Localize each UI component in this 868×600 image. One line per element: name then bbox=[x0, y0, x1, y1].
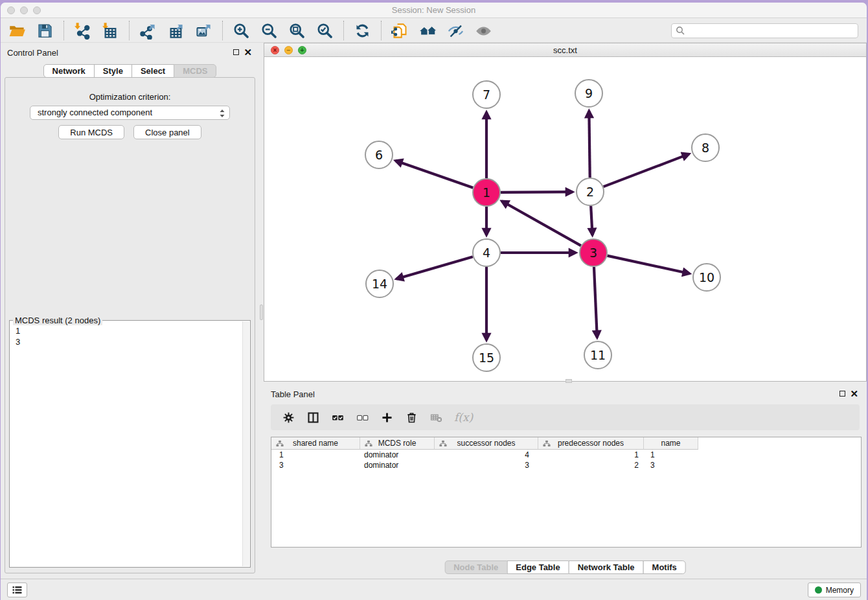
search-box[interactable] bbox=[671, 23, 858, 38]
network-title: scc.txt bbox=[553, 45, 577, 55]
close-panel-button[interactable]: Close panel bbox=[133, 125, 201, 139]
mcds-result-list[interactable]: 13 bbox=[10, 322, 242, 566]
cell-name[interactable]: 3 bbox=[644, 460, 698, 470]
control-tab-network[interactable]: Network bbox=[43, 64, 95, 78]
cell-shared-name[interactable]: 1 bbox=[271, 450, 360, 460]
window-zoom-button[interactable] bbox=[33, 6, 41, 14]
graph-node-14[interactable]: 14 bbox=[366, 270, 393, 297]
close-panel-icon[interactable]: ✕ bbox=[244, 47, 252, 57]
network-close-button[interactable]: × bbox=[271, 46, 279, 54]
column-header-name[interactable]: name bbox=[644, 437, 698, 450]
export-network-icon[interactable] bbox=[139, 22, 157, 40]
graph-node-10[interactable]: 10 bbox=[693, 264, 720, 291]
control-tab-mcds[interactable]: MCDS bbox=[174, 64, 216, 78]
graph-node-7[interactable]: 7 bbox=[473, 81, 500, 108]
graph-node-11[interactable]: 11 bbox=[584, 341, 611, 369]
graph-node-8[interactable]: 8 bbox=[692, 134, 719, 161]
table-tab-motifs[interactable]: Motifs bbox=[643, 560, 686, 574]
first-neighbors-icon[interactable] bbox=[419, 22, 437, 40]
open-file-icon[interactable] bbox=[8, 22, 26, 40]
toolbar-icon-groups bbox=[7, 21, 502, 40]
network-window: × − + scc.txt 7968124314101511 bbox=[264, 43, 867, 384]
deselect-all-icon[interactable] bbox=[356, 411, 369, 424]
float-table-panel-icon[interactable] bbox=[839, 391, 845, 397]
delete-column-icon[interactable] bbox=[405, 411, 418, 424]
memory-button[interactable]: Memory bbox=[808, 583, 861, 597]
svg-text:3: 3 bbox=[589, 246, 597, 260]
column-header-successor-nodes[interactable]: successor nodes bbox=[435, 437, 538, 450]
cell-shared-name[interactable]: 3 bbox=[271, 460, 360, 470]
zoom-selected-icon[interactable] bbox=[316, 22, 334, 40]
network-canvas[interactable]: 7968124314101511 bbox=[264, 57, 867, 382]
cell-successor-nodes[interactable]: 3 bbox=[435, 460, 538, 470]
refresh-network-icon[interactable] bbox=[354, 22, 371, 40]
svg-text:1: 1 bbox=[483, 185, 490, 200]
save-session-icon[interactable] bbox=[36, 22, 54, 40]
column-header-shared-name[interactable]: shared name bbox=[271, 437, 360, 450]
table-tab-node-table[interactable]: Node Table bbox=[444, 560, 507, 574]
result-scrollbar[interactable] bbox=[242, 321, 249, 566]
graph-node-6[interactable]: 6 bbox=[365, 141, 393, 168]
column-header-predecessor-nodes[interactable]: predecessor nodes bbox=[538, 437, 644, 450]
add-column-icon[interactable] bbox=[380, 411, 394, 424]
optimization-select[interactable]: strongly connected component bbox=[30, 106, 230, 120]
control-tab-style[interactable]: Style bbox=[94, 64, 132, 78]
network-minimize-button[interactable]: − bbox=[284, 46, 293, 54]
graph-node-1[interactable]: 1 bbox=[473, 179, 500, 206]
hide-selected-icon[interactable] bbox=[447, 22, 464, 40]
run-mcds-button[interactable]: Run MCDS bbox=[58, 125, 124, 139]
table-tab-edge-table[interactable]: Edge Table bbox=[507, 560, 569, 574]
window-minimize-button[interactable] bbox=[20, 6, 28, 14]
mcds-result-item: 1 bbox=[16, 325, 236, 336]
graph-edge-2-8[interactable] bbox=[604, 154, 689, 187]
zoom-fit-icon[interactable] bbox=[288, 22, 306, 40]
task-history-button[interactable] bbox=[7, 583, 27, 597]
graph-node-15[interactable]: 15 bbox=[473, 344, 500, 371]
graph-edge-3-1[interactable] bbox=[502, 201, 581, 246]
table-tab-network-table[interactable]: Network Table bbox=[569, 560, 644, 574]
network-maximize-button[interactable]: + bbox=[298, 46, 306, 54]
vertical-splitter[interactable] bbox=[259, 43, 264, 579]
graph-edge-4-14[interactable] bbox=[396, 257, 473, 279]
graph-node-4[interactable]: 4 bbox=[473, 239, 500, 266]
table-row[interactable]: 1dominator411 bbox=[271, 450, 861, 460]
graph-node-3[interactable]: 3 bbox=[580, 239, 607, 266]
cell-successor-nodes[interactable]: 4 bbox=[435, 450, 538, 460]
cell-predecessor-nodes[interactable]: 1 bbox=[538, 450, 644, 460]
export-image-icon[interactable] bbox=[195, 22, 212, 40]
zoom-in-icon[interactable] bbox=[233, 22, 250, 40]
svg-text:6: 6 bbox=[375, 148, 383, 162]
control-tab-select[interactable]: Select bbox=[131, 64, 174, 78]
svg-text:9: 9 bbox=[585, 86, 593, 100]
float-panel-icon[interactable] bbox=[233, 49, 239, 55]
graph-node-2[interactable]: 2 bbox=[577, 178, 604, 205]
graph-edge-1-2[interactable] bbox=[501, 192, 573, 192]
search-input[interactable] bbox=[687, 26, 854, 35]
show-column-icon[interactable] bbox=[306, 411, 320, 424]
graph-edge-2-9[interactable] bbox=[589, 111, 589, 178]
column-header-mcds-role[interactable]: MCDS role bbox=[360, 437, 435, 450]
mcds-result-box: MCDS result (2 nodes) 13 bbox=[9, 320, 251, 568]
graph-edge-3-10[interactable] bbox=[607, 256, 689, 274]
cell-name[interactable]: 1 bbox=[644, 450, 698, 460]
close-table-panel-icon[interactable]: ✕ bbox=[850, 389, 858, 398]
export-table-icon[interactable] bbox=[167, 22, 185, 40]
import-network-icon[interactable] bbox=[74, 22, 91, 40]
table-options-icon[interactable] bbox=[282, 411, 295, 424]
show-all-icon[interactable] bbox=[475, 22, 492, 40]
cell-predecessor-nodes[interactable]: 2 bbox=[538, 460, 644, 470]
select-all-icon[interactable] bbox=[331, 411, 345, 424]
graph-edge-1-6[interactable] bbox=[395, 161, 473, 188]
import-table-icon[interactable] bbox=[102, 22, 119, 40]
window-close-button[interactable] bbox=[7, 6, 15, 14]
splitter-grip[interactable] bbox=[260, 305, 263, 320]
copy-network-icon[interactable] bbox=[391, 22, 409, 40]
horizontal-splitter-grip[interactable] bbox=[565, 379, 572, 383]
graph-edge-2-3[interactable] bbox=[591, 206, 592, 235]
zoom-out-icon[interactable] bbox=[260, 22, 278, 40]
cell-mcds-role[interactable]: dominator bbox=[360, 450, 435, 460]
cell-mcds-role[interactable]: dominator bbox=[360, 460, 435, 470]
graph-edge-3-11[interactable] bbox=[594, 267, 597, 338]
graph-node-9[interactable]: 9 bbox=[575, 80, 602, 107]
table-row[interactable]: 3dominator323 bbox=[271, 460, 861, 470]
